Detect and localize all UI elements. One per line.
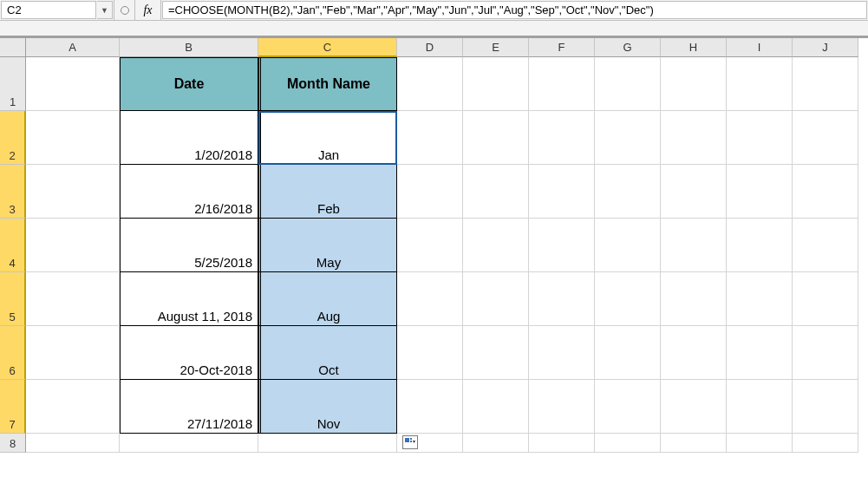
col-header-B[interactable]: B: [120, 38, 258, 57]
cell-B5[interactable]: August 11, 2018: [120, 272, 258, 326]
formula-input[interactable]: =CHOOSE(MONTH(B2),"Jan","Feb","Mar","Apr…: [162, 1, 867, 19]
cell-A8[interactable]: [26, 434, 120, 453]
cell-I4[interactable]: [727, 219, 793, 272]
table-header-date[interactable]: Date: [120, 57, 258, 111]
col-header-G[interactable]: G: [595, 38, 661, 57]
cell-F7[interactable]: [529, 380, 595, 434]
cell-C7[interactable]: Nov: [258, 380, 397, 434]
cell-J1[interactable]: [793, 57, 858, 111]
cell-J5[interactable]: [793, 272, 858, 326]
cell-F2[interactable]: [529, 111, 595, 165]
cell-D6[interactable]: [397, 326, 463, 380]
cell-J2[interactable]: [793, 111, 858, 165]
cell-B6[interactable]: 20-Oct-2018: [120, 326, 258, 380]
cell-H6[interactable]: [661, 326, 727, 380]
select-all-corner[interactable]: [0, 38, 26, 57]
cell-D1[interactable]: [397, 57, 463, 111]
autofill-options-icon[interactable]: [402, 435, 418, 449]
cell-H4[interactable]: [661, 219, 727, 272]
cell-D4[interactable]: [397, 219, 463, 272]
cell-C4[interactable]: May: [258, 219, 397, 272]
cell-G3[interactable]: [595, 165, 661, 219]
cell-B3[interactable]: 2/16/2018: [120, 165, 258, 219]
cell-I5[interactable]: [727, 272, 793, 326]
col-header-J[interactable]: J: [793, 38, 858, 57]
row-head-6[interactable]: 6: [0, 326, 26, 380]
cell-J7[interactable]: [793, 380, 858, 434]
cell-H7[interactable]: [661, 380, 727, 434]
row-head-1[interactable]: 1: [0, 57, 26, 111]
row-head-5[interactable]: 5: [0, 272, 26, 326]
row-head-8[interactable]: 8: [0, 434, 26, 453]
row-head-7[interactable]: 7: [0, 380, 26, 434]
cell-B8[interactable]: [120, 434, 258, 453]
table-header-month[interactable]: Month Name: [258, 57, 397, 111]
col-header-I[interactable]: I: [727, 38, 793, 57]
cell-I8[interactable]: [727, 434, 793, 453]
cell-F6[interactable]: [529, 326, 595, 380]
col-header-C[interactable]: C: [258, 38, 397, 57]
cell-I6[interactable]: [727, 326, 793, 380]
cell-D7[interactable]: [397, 380, 463, 434]
name-box[interactable]: C2: [1, 1, 96, 19]
col-header-D[interactable]: D: [397, 38, 463, 57]
cell-B7[interactable]: 27/11/2018: [120, 380, 258, 434]
cell-A5[interactable]: [26, 272, 120, 326]
cell-D5[interactable]: [397, 272, 463, 326]
cell-F4[interactable]: [529, 219, 595, 272]
cell-F3[interactable]: [529, 165, 595, 219]
cell-B4[interactable]: 5/25/2018: [120, 219, 258, 272]
cell-I7[interactable]: [727, 380, 793, 434]
cell-A4[interactable]: [26, 219, 120, 272]
cell-D8[interactable]: [397, 434, 463, 453]
col-header-A[interactable]: A: [26, 38, 120, 57]
cell-H2[interactable]: [661, 111, 727, 165]
cell-E8[interactable]: [463, 434, 529, 453]
cell-C2[interactable]: Jan: [258, 111, 397, 165]
cell-I3[interactable]: [727, 165, 793, 219]
cell-E2[interactable]: [463, 111, 529, 165]
fx-icon[interactable]: fx: [135, 0, 161, 20]
cell-G8[interactable]: [595, 434, 661, 453]
cell-J8[interactable]: [793, 434, 858, 453]
cell-E6[interactable]: [463, 326, 529, 380]
cell-F1[interactable]: [529, 57, 595, 111]
cell-H3[interactable]: [661, 165, 727, 219]
cell-B2[interactable]: 1/20/2018: [120, 111, 258, 165]
cell-E7[interactable]: [463, 380, 529, 434]
row-head-3[interactable]: 3: [0, 165, 26, 219]
cell-C5[interactable]: Aug: [258, 272, 397, 326]
cell-F8[interactable]: [529, 434, 595, 453]
name-box-dropdown[interactable]: ▼: [97, 1, 113, 19]
row-head-2[interactable]: 2: [0, 111, 26, 165]
col-header-E[interactable]: E: [463, 38, 529, 57]
col-header-F[interactable]: F: [529, 38, 595, 57]
cell-E5[interactable]: [463, 272, 529, 326]
cell-C3[interactable]: Feb: [258, 165, 397, 219]
cell-A2[interactable]: [26, 111, 120, 165]
cell-H5[interactable]: [661, 272, 727, 326]
cell-D3[interactable]: [397, 165, 463, 219]
cell-E3[interactable]: [463, 165, 529, 219]
cell-G7[interactable]: [595, 380, 661, 434]
cell-A6[interactable]: [26, 326, 120, 380]
cell-J4[interactable]: [793, 219, 858, 272]
cell-A3[interactable]: [26, 165, 120, 219]
cell-G6[interactable]: [595, 326, 661, 380]
cell-D2[interactable]: [397, 111, 463, 165]
cell-G1[interactable]: [595, 57, 661, 111]
row-head-4[interactable]: 4: [0, 219, 26, 272]
cell-E4[interactable]: [463, 219, 529, 272]
cell-J6[interactable]: [793, 326, 858, 380]
cell-H8[interactable]: [661, 434, 727, 453]
cell-H1[interactable]: [661, 57, 727, 111]
cell-E1[interactable]: [463, 57, 529, 111]
col-header-H[interactable]: H: [661, 38, 727, 57]
cell-A7[interactable]: [26, 380, 120, 434]
cell-I1[interactable]: [727, 57, 793, 111]
cell-F5[interactable]: [529, 272, 595, 326]
cell-C8[interactable]: [258, 434, 397, 453]
cell-G4[interactable]: [595, 219, 661, 272]
cell-J3[interactable]: [793, 165, 858, 219]
cell-G2[interactable]: [595, 111, 661, 165]
